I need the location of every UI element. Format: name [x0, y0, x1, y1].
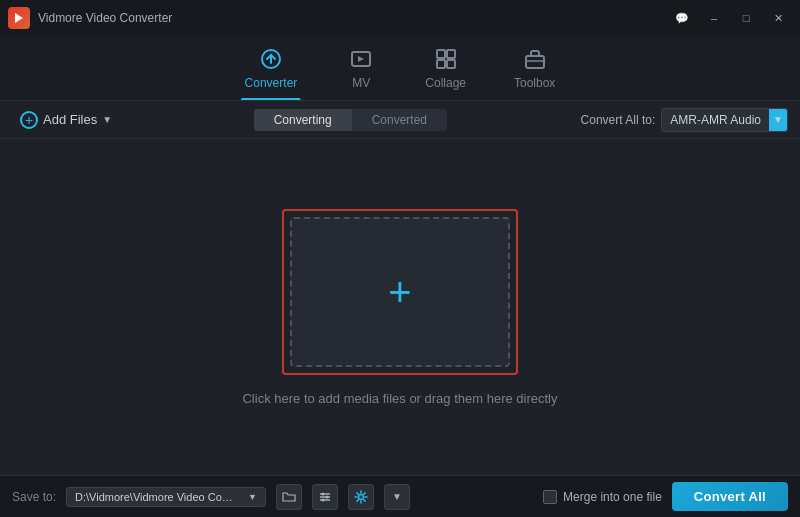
- merge-label: Merge into one file: [563, 490, 662, 504]
- toolbar-center: Converting Converted: [120, 109, 580, 131]
- window-controls: 💬 – □ ✕: [668, 7, 792, 29]
- svg-rect-5: [437, 60, 445, 68]
- minimize-button[interactable]: –: [700, 7, 728, 29]
- converter-icon: [260, 48, 282, 73]
- mv-icon: [350, 48, 372, 73]
- add-files-arrow-icon: ▼: [102, 114, 112, 125]
- svg-marker-0: [15, 13, 23, 23]
- arrow-button[interactable]: ▼: [384, 484, 410, 510]
- svg-rect-6: [447, 60, 455, 68]
- drop-zone-plus-icon: +: [388, 272, 411, 312]
- main-content: + Click here to add media files or drag …: [0, 139, 800, 475]
- drop-zone[interactable]: +: [290, 217, 510, 367]
- folder-open-button[interactable]: [276, 484, 302, 510]
- path-arrow-icon: ▼: [248, 492, 257, 502]
- titlebar: Vidmore Video Converter 💬 – □ ✕: [0, 0, 800, 36]
- tab-converter-label: Converter: [245, 76, 298, 90]
- gear-button[interactable]: [348, 484, 374, 510]
- maximize-button[interactable]: □: [732, 7, 760, 29]
- svg-point-15: [359, 494, 364, 499]
- tab-mv-label: MV: [352, 76, 370, 90]
- drop-zone-outer: +: [282, 209, 518, 375]
- tab-toolbox[interactable]: Toolbox: [490, 42, 579, 100]
- format-dropdown-arrow-icon: ▼: [769, 109, 787, 131]
- merge-checkbox[interactable]: [543, 490, 557, 504]
- svg-rect-7: [526, 56, 544, 68]
- collage-icon: [435, 48, 457, 73]
- statusbar: Save to: D:\Vidmore\Vidmore Video Conver…: [0, 475, 800, 517]
- save-path-text: D:\Vidmore\Vidmore Video Converter\Conve…: [75, 491, 235, 503]
- subtab-converting[interactable]: Converting: [254, 109, 352, 131]
- svg-point-12: [322, 492, 325, 495]
- tab-collage[interactable]: Collage: [401, 42, 490, 100]
- sub-tabs: Converting Converted: [254, 109, 447, 131]
- subtab-converted[interactable]: Converted: [352, 109, 447, 131]
- add-files-label: Add Files: [43, 112, 97, 127]
- tab-toolbox-label: Toolbox: [514, 76, 555, 90]
- format-dropdown[interactable]: AMR-AMR Audio ▼: [661, 108, 788, 132]
- toolbar: + Add Files ▼ Converting Converted Conve…: [0, 101, 800, 139]
- save-to-label: Save to:: [12, 490, 56, 504]
- tab-mv[interactable]: MV: [321, 42, 401, 100]
- convert-all-to-label: Convert All to:: [581, 113, 656, 127]
- settings-1-button[interactable]: [312, 484, 338, 510]
- svg-rect-4: [447, 50, 455, 58]
- app-title: Vidmore Video Converter: [38, 11, 668, 25]
- close-button[interactable]: ✕: [764, 7, 792, 29]
- convert-all-button[interactable]: Convert All: [672, 482, 788, 511]
- svg-rect-3: [437, 50, 445, 58]
- convert-all-format: Convert All to: AMR-AMR Audio ▼: [581, 108, 788, 132]
- nav-tabs: Converter MV Collage: [0, 36, 800, 101]
- svg-point-13: [326, 495, 329, 498]
- merge-checkbox-area: Merge into one file: [543, 490, 662, 504]
- add-files-button[interactable]: + Add Files ▼: [12, 107, 120, 133]
- tab-converter[interactable]: Converter: [221, 42, 322, 100]
- add-files-icon: +: [20, 111, 38, 129]
- toolbox-icon: [524, 48, 546, 73]
- drop-hint: Click here to add media files or drag th…: [242, 391, 557, 406]
- app-logo: [8, 7, 30, 29]
- tab-collage-label: Collage: [425, 76, 466, 90]
- format-value: AMR-AMR Audio: [670, 113, 761, 127]
- svg-point-14: [322, 498, 325, 501]
- chat-button[interactable]: 💬: [668, 7, 696, 29]
- save-path-input[interactable]: D:\Vidmore\Vidmore Video Converter\Conve…: [66, 487, 266, 507]
